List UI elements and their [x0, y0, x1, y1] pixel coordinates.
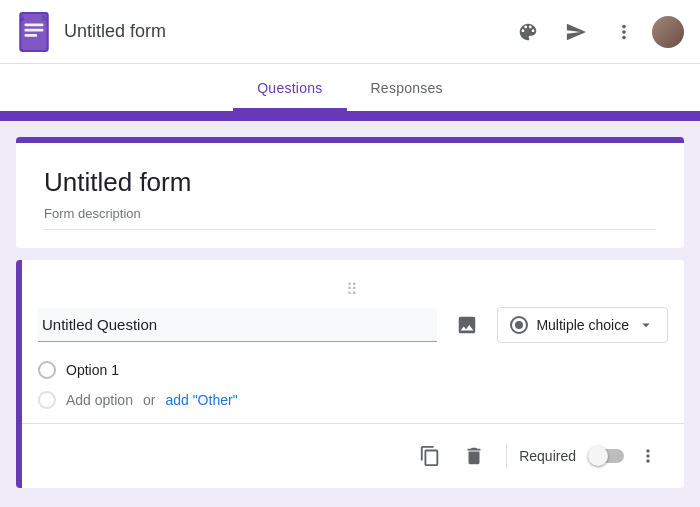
required-toggle[interactable]: [588, 446, 624, 466]
add-other-link[interactable]: add "Other": [165, 392, 237, 408]
drag-handle: ⠿: [22, 276, 684, 307]
palette-button[interactable]: [508, 12, 548, 52]
option-row: Option 1: [38, 355, 668, 385]
question-more-button[interactable]: [628, 436, 668, 476]
svg-rect-4: [25, 34, 38, 37]
add-option-separator: or: [143, 392, 155, 408]
tab-questions[interactable]: Questions: [233, 68, 346, 111]
avatar-image: [652, 16, 684, 48]
option-radio: [38, 361, 56, 379]
duplicate-button[interactable]: [410, 436, 450, 476]
svg-rect-2: [25, 23, 44, 26]
header-actions: [508, 12, 684, 52]
svg-rect-3: [25, 28, 44, 31]
tabs-bar: Questions Responses: [0, 64, 700, 111]
question-input-wrap: [38, 308, 437, 342]
form-title: Untitled form: [44, 167, 656, 198]
header-title: Untitled form: [64, 21, 166, 42]
tab-responses[interactable]: Responses: [347, 68, 467, 111]
question-type-label: Multiple choice: [536, 317, 629, 333]
image-icon: [456, 314, 478, 336]
send-button[interactable]: [556, 12, 596, 52]
copy-icon: [419, 445, 441, 467]
question-card: ⠿ Multiple choice Option 1 A: [16, 260, 684, 488]
delete-button[interactable]: [454, 436, 494, 476]
delete-icon: [463, 445, 485, 467]
app-header: Untitled form: [0, 0, 700, 64]
toggle-thumb: [588, 446, 608, 466]
footer-divider: [506, 444, 507, 468]
more-button[interactable]: [604, 12, 644, 52]
accent-bar: [0, 111, 700, 121]
question-type-select[interactable]: Multiple choice: [497, 307, 668, 343]
header-logo: Untitled form: [16, 12, 166, 52]
add-option-row: Add option or add "Other": [38, 385, 668, 415]
question-input[interactable]: [38, 308, 437, 342]
radio-type-icon: [510, 316, 528, 334]
dropdown-arrow-icon: [637, 316, 655, 334]
avatar[interactable]: [652, 16, 684, 48]
palette-icon: [517, 21, 539, 43]
send-icon: [565, 21, 587, 43]
form-title-section: Untitled form Form description: [16, 137, 684, 248]
radio-type-inner: [515, 321, 523, 329]
card-footer: Required: [22, 423, 684, 488]
image-button[interactable]: [449, 307, 485, 343]
required-label: Required: [519, 448, 576, 464]
add-option-text[interactable]: Add option: [66, 392, 133, 408]
add-option-ghost-radio: [38, 391, 56, 409]
more-vert-question-icon: [638, 446, 658, 466]
question-row: Multiple choice: [22, 307, 684, 343]
option-label: Option 1: [66, 362, 119, 378]
options-section: Option 1 Add option or add "Other": [22, 343, 684, 415]
form-description: Form description: [44, 206, 656, 230]
more-vert-icon: [613, 21, 635, 43]
forms-logo-icon: [16, 12, 52, 52]
